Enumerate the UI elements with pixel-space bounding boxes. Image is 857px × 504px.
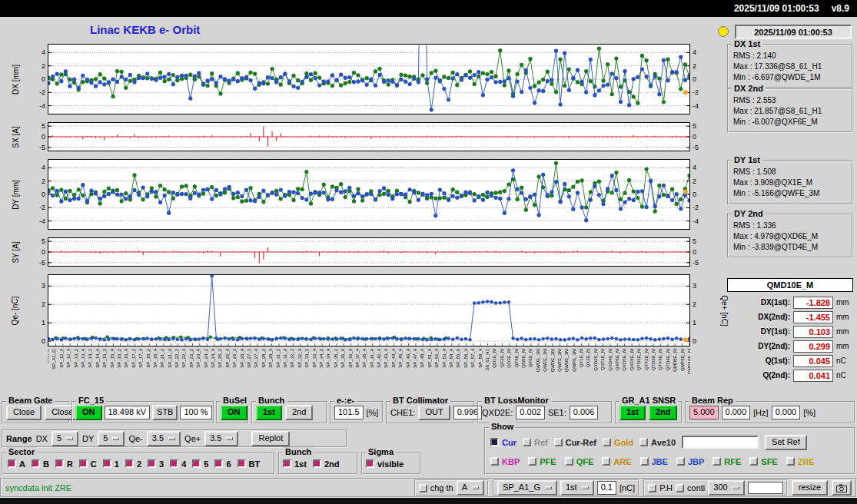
checkbox-icon[interactable] (214, 459, 223, 468)
show-checkbox-cur[interactable]: Cur (490, 438, 517, 447)
show-checkbox-are[interactable]: ARE (602, 457, 631, 466)
che1-out-button[interactable]: OUT (418, 405, 450, 420)
checkbox-icon[interactable] (603, 438, 611, 446)
checkbox-icon[interactable] (713, 457, 721, 466)
checkbox-icon[interactable] (490, 457, 499, 466)
sector-checkbox-6[interactable]: 6 (214, 459, 231, 469)
sector-checkbox-3[interactable]: 3 (148, 459, 164, 469)
bt-lossmonitor-label: BT LossMonitor (482, 396, 551, 406)
camera-button[interactable] (832, 480, 852, 496)
checkbox-icon[interactable] (8, 459, 16, 468)
set-ref-input[interactable] (682, 436, 759, 449)
bunch-checkbox-2nd[interactable]: 2nd (313, 459, 340, 469)
checkbox-icon[interactable] (749, 457, 758, 466)
toolbar-input[interactable] (748, 482, 783, 494)
monitor-row: DY(2nd): 0.299 mm (727, 340, 853, 353)
y-tick-label-left: 2 (42, 62, 45, 69)
show-checkbox-rfe[interactable]: RFE (713, 457, 741, 466)
show-checkbox-qfe[interactable]: QFE (565, 457, 594, 466)
y-tick-label-left: 0 (42, 191, 45, 198)
checkbox-icon[interactable] (554, 438, 563, 446)
checkbox-icon[interactable] (103, 459, 111, 468)
checkbox-icon[interactable] (192, 459, 201, 468)
show-checkbox-pfe[interactable]: PFE (528, 457, 556, 466)
resize-button[interactable]: resize (792, 480, 828, 496)
stats-min: Min : -3.839@QTD4E_M (733, 242, 849, 253)
replot-button[interactable]: Replot (251, 431, 290, 446)
gr-a1-1st-button[interactable]: 1st (619, 405, 646, 420)
sector-checkbox-4[interactable]: 4 (170, 459, 186, 469)
show-checkbox-ave10[interactable]: Ave10 (639, 438, 676, 447)
x-axis-label: QTD1E_M (636, 349, 642, 370)
x-axis-label: SP_12_2 (59, 349, 65, 368)
sector-checkbox-a[interactable]: A (8, 459, 25, 469)
checkbox-icon[interactable] (55, 459, 64, 468)
checkbox-icon[interactable] (528, 457, 536, 466)
sector-checkbox-r[interactable]: R (55, 459, 73, 469)
checkbox-icon[interactable] (490, 438, 499, 446)
x-axis-label: SP_15_2 (102, 349, 108, 368)
conti-checkbox[interactable] (676, 484, 684, 492)
show-checkbox-sfe[interactable]: SFE (749, 457, 777, 466)
checkbox-icon[interactable] (313, 459, 321, 468)
device-select[interactable]: SP_A1_G (497, 480, 557, 496)
bunch-2nd-button[interactable]: 2nd (285, 405, 313, 420)
beam-gate-close-button-1[interactable]: Close (6, 405, 42, 420)
checkbox-icon[interactable] (283, 459, 291, 468)
sector-checkbox-label: 2 (137, 459, 141, 469)
interval-select[interactable]: 300 (708, 480, 744, 496)
sector-checkbox-b[interactable]: B (32, 459, 49, 469)
sigma-checkbox-visible[interactable]: visible (366, 459, 404, 469)
checkbox-icon[interactable] (565, 457, 573, 466)
show-checkbox-gold[interactable]: Gold (603, 438, 633, 447)
show-checkbox-jbe[interactable]: JBE (640, 457, 668, 466)
sector-checkbox-c[interactable]: C (79, 459, 97, 469)
checkbox-icon[interactable] (170, 459, 178, 468)
ph-checkbox[interactable] (648, 484, 656, 492)
checkbox-icon[interactable] (79, 459, 88, 468)
gr-a1-2nd-button[interactable]: 2nd (649, 405, 678, 420)
checkbox-icon[interactable] (676, 457, 685, 466)
sector-checkbox-5[interactable]: 5 (192, 459, 208, 469)
stats-rms: RMS : 1.508 (733, 167, 849, 177)
sector-checkbox-bt[interactable]: BT (238, 459, 261, 469)
bunch-checkbox-1st[interactable]: 1st (283, 459, 307, 469)
busel-on-button[interactable]: ON (221, 405, 247, 420)
checkbox-icon[interactable] (523, 438, 531, 446)
checkbox-icon[interactable] (640, 457, 649, 466)
range-qe-plus-select[interactable]: 3.5 (204, 431, 238, 446)
show-checkbox-label: QFE (576, 457, 594, 466)
show-checkbox-kbp[interactable]: KBP (490, 457, 520, 466)
checkbox-icon[interactable] (366, 459, 374, 468)
checkbox-icon[interactable] (32, 459, 40, 468)
checkbox-icon[interactable] (148, 459, 156, 468)
chg-th-checkbox[interactable] (419, 484, 427, 492)
monitor-row-label: DX(2nd): (758, 313, 790, 321)
checkbox-icon[interactable] (238, 459, 246, 468)
y-tick-label-right: 0 (693, 191, 696, 198)
sx-plot: 5500-5-5SX [A] (48, 122, 690, 151)
checkbox-icon[interactable] (639, 438, 648, 446)
show-checkbox-jbp[interactable]: JBP (676, 457, 704, 466)
range-dx-select[interactable]: 5 (51, 431, 78, 446)
fc15-stb-button[interactable]: STB (152, 405, 178, 420)
sector-checkbox-1[interactable]: 1 (103, 459, 119, 469)
show-checkbox-label: Cur-Ref (566, 438, 596, 447)
range-qe-minus-select[interactable]: 3.5 (147, 431, 181, 446)
sector-checkbox-2[interactable]: 2 (125, 459, 141, 469)
toolbar-bunch-select[interactable]: 1st (560, 480, 594, 496)
bunch-1st-button[interactable]: 1st (256, 405, 282, 420)
checkbox-icon[interactable] (602, 457, 610, 466)
conti-label: conti (687, 483, 705, 492)
fc15-on-button[interactable]: ON (75, 405, 102, 420)
range-dy-select[interactable]: 5 (98, 431, 125, 446)
mode-select[interactable]: A (457, 480, 484, 496)
set-ref-button[interactable]: Set Ref (765, 435, 807, 450)
show-checkbox-zre[interactable]: ZRE (786, 457, 815, 466)
checkbox-icon[interactable] (125, 459, 134, 468)
show-checkbox-ref[interactable]: Ref (523, 438, 548, 447)
monitor-row-value: 0.041 (793, 370, 833, 382)
checkbox-icon[interactable] (786, 457, 795, 466)
show-checkbox-cur-ref[interactable]: Cur-Ref (554, 438, 596, 447)
x-axis-label: SP_17_2 (131, 349, 137, 368)
